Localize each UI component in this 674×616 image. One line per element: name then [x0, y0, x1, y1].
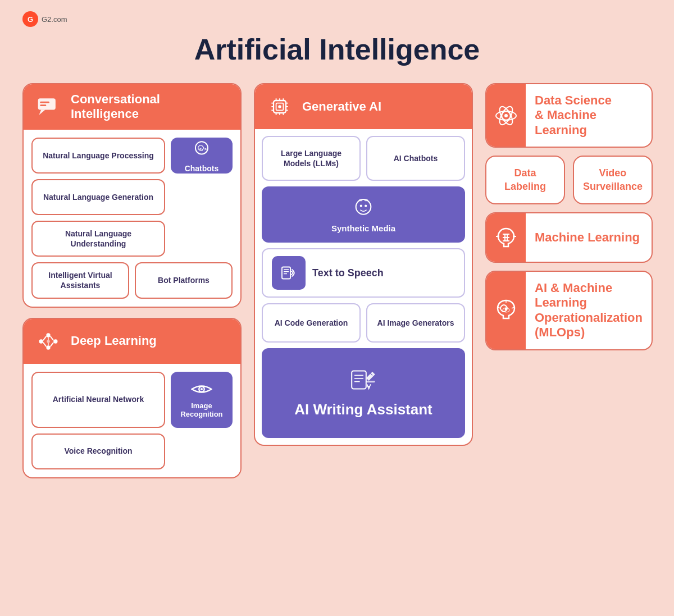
logo-bar: G G2.com	[22, 11, 652, 27]
svg-rect-0	[38, 99, 56, 110]
svg-point-64	[505, 307, 508, 310]
svg-rect-37	[359, 199, 363, 201]
conv-intel-header: ConversationalIntelligence	[24, 84, 240, 130]
column-2: Generative AI Large Language Models (LLM…	[254, 83, 473, 446]
ds-ml-icon	[493, 102, 520, 129]
iva-item: Intelligent Virtual Assistants	[31, 262, 129, 298]
gen-ai-icon	[265, 92, 294, 121]
image-rec-item: Image Recognition	[171, 372, 233, 428]
synthetic-media-icon	[352, 197, 375, 219]
svg-point-8	[46, 345, 50, 349]
gen-ai-row2: Synthetic Media	[262, 186, 465, 243]
ann-item: Artificial Neural Network	[31, 372, 165, 428]
svg-line-10	[43, 336, 47, 340]
svg-rect-43	[352, 371, 366, 389]
svg-point-35	[360, 204, 362, 207]
svg-point-54	[504, 114, 508, 117]
ai-writing-icon	[350, 368, 377, 393]
mlops-icon	[493, 297, 520, 324]
g2-logo: G	[22, 11, 38, 27]
mlops-content: AI & MachineLearningOperationalization(M…	[526, 272, 652, 349]
svg-line-12	[51, 336, 54, 340]
gen-ai-header: Generative AI	[255, 84, 472, 129]
network-icon	[36, 329, 61, 354]
ml-icon	[493, 224, 520, 251]
brain-code-icon: </>	[191, 138, 212, 159]
bot-platforms-item: Bot Platforms	[135, 262, 233, 298]
deep-learning-body: Artificial Neural Network Image Recognit…	[24, 364, 240, 477]
ds-ml-accent	[486, 84, 526, 147]
svg-rect-3	[40, 105, 46, 107]
svg-point-9	[53, 339, 57, 343]
nlg-item: Natural Language Generation	[31, 179, 165, 215]
svg-rect-2	[40, 102, 49, 103]
svg-point-14	[47, 340, 50, 343]
column-1: ConversationalIntelligence Natural Langu…	[22, 83, 242, 478]
ml-title: Machine Learning	[535, 230, 640, 245]
nlu-item: Natural Language Understanding	[31, 221, 165, 257]
svg-marker-1	[39, 110, 45, 115]
conv-intel-body: Natural Language Processing </> Chatbots	[24, 130, 240, 307]
tts-label: Text to Speech	[312, 267, 384, 279]
conv-intel-row3: Intelligent Virtual Assistants Bot Platf…	[31, 262, 233, 298]
svg-point-7	[46, 333, 50, 337]
site-name: G2.com	[42, 15, 67, 24]
conv-intel-row1: Natural Language Processing </> Chatbots	[31, 138, 233, 174]
right-row-2: Data Labeling Video Surveillance	[485, 156, 653, 204]
gen-ai-row1: Large Language Models (LLMs) AI Chatbots	[262, 136, 465, 181]
ml-content: Machine Learning	[526, 213, 652, 262]
svg-text:</>: </>	[199, 147, 207, 152]
deep-learning-card: Deep Learning Artificial Neural Network	[22, 318, 242, 478]
dl-row2: Voice Recognition	[31, 434, 233, 469]
svg-line-11	[43, 342, 47, 346]
voice-rec-item: Voice Recognition	[31, 434, 165, 469]
conv-intel-row2: Natural Language Generation Natural Lang…	[31, 179, 233, 257]
svg-rect-39	[282, 267, 290, 279]
ml-card: Machine Learning	[485, 212, 653, 263]
gen-ai-body: Large Language Models (LLMs) AI Chatbots	[255, 129, 472, 445]
tts-icon-svg	[279, 263, 299, 283]
video-surveillance-card: Video Surveillance	[573, 156, 653, 204]
chatbots-item: </> Chatbots	[171, 138, 233, 174]
svg-point-36	[365, 204, 367, 207]
svg-rect-38	[365, 199, 368, 201]
deep-learning-header: Deep Learning	[24, 319, 240, 364]
ds-ml-title: Data Science& MachineLearning	[535, 93, 612, 138]
ai-code-item: AI Code Generation	[262, 303, 361, 343]
mlops-title: AI & MachineLearningOperationalization(M…	[535, 281, 643, 340]
conv-intel-icon	[34, 92, 63, 121]
ds-ml-content: Data Science& MachineLearning	[526, 84, 652, 147]
main-grid: ConversationalIntelligence Natural Langu…	[22, 83, 652, 478]
gen-ai-row4: AI Code Generation AI Image Generators	[262, 303, 465, 343]
ml-accent	[486, 213, 526, 262]
data-labeling-card: Data Labeling	[485, 156, 565, 204]
ai-chatbots-item: AI Chatbots	[366, 136, 465, 181]
svg-point-18	[201, 388, 203, 390]
ds-ml-card: Data Science& MachineLearning	[485, 83, 653, 148]
gen-ai-title: Generative AI	[302, 99, 381, 114]
ai-writing-item: AI Writing Assistant	[262, 348, 465, 438]
ai-image-item: AI Image Generators	[366, 303, 465, 343]
svg-rect-48	[366, 381, 375, 382]
dl-row1: Artificial Neural Network Image Recognit…	[31, 372, 233, 428]
deep-learning-title: Deep Learning	[71, 334, 157, 348]
conversational-intelligence-card: ConversationalIntelligence Natural Langu…	[22, 83, 242, 308]
svg-point-34	[356, 199, 371, 215]
ai-chip-icon	[267, 94, 292, 119]
tts-item: Text to Speech	[262, 248, 465, 298]
conv-intel-title: ConversationalIntelligence	[71, 92, 160, 122]
tts-icon	[272, 256, 306, 290]
svg-point-33	[278, 105, 281, 108]
chat-icon	[36, 94, 61, 119]
llm-item: Large Language Models (LLMs)	[262, 136, 361, 181]
page-title: Artificial Intelligence	[22, 33, 652, 66]
generative-ai-card: Generative AI Large Language Models (LLM…	[254, 83, 473, 446]
mlops-accent	[486, 272, 526, 349]
deep-learning-icon	[34, 327, 63, 356]
synthetic-media-item: Synthetic Media	[262, 186, 465, 243]
mlops-card: AI & MachineLearningOperationalization(M…	[485, 271, 653, 350]
svg-line-13	[51, 342, 54, 346]
column-3: Data Science& MachineLearning Data Label…	[485, 83, 653, 350]
svg-point-6	[39, 339, 43, 343]
nlp-item: Natural Language Processing	[31, 138, 165, 174]
